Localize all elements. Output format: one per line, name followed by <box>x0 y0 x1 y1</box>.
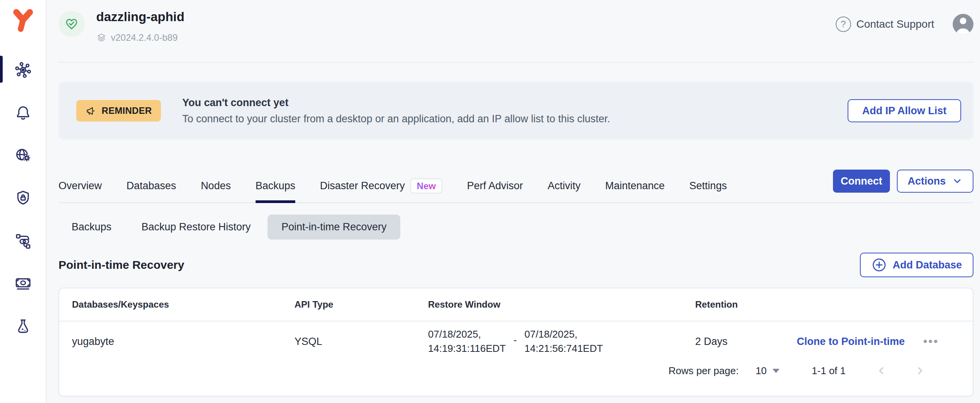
tab-perf-advisor[interactable]: Perf Advisor <box>467 170 523 202</box>
actions-button[interactable]: Actions <box>897 170 973 193</box>
sidebar-item-security[interactable] <box>14 189 32 207</box>
header-actions: ? Contact Support <box>836 14 973 35</box>
page-title: dazzling-aphid <box>96 9 184 25</box>
tab-activity[interactable]: Activity <box>548 170 581 202</box>
tab-maintenance[interactable]: Maintenance <box>605 170 665 202</box>
backup-subtabs: Backups Backup Restore History Point-in-… <box>59 215 973 240</box>
contact-support-label: Contact Support <box>856 18 934 30</box>
network-globe-gear-icon <box>14 147 32 164</box>
cluster-title-block: dazzling-aphid v2024.2.4.0-b89 <box>96 9 184 43</box>
tab-databases[interactable]: Databases <box>127 170 176 202</box>
sidebar <box>0 0 47 403</box>
reminder-badge: REMINDER <box>76 100 161 122</box>
page: dazzling-aphid v2024.2.4.0-b89 ? Contact… <box>0 0 980 403</box>
tab-settings[interactable]: Settings <box>689 170 727 202</box>
contact-support-link[interactable]: ? Contact Support <box>836 17 934 32</box>
tab-nodes[interactable]: Nodes <box>201 170 231 202</box>
sidebar-item-network[interactable] <box>14 147 32 164</box>
avatar-person-icon <box>960 18 967 24</box>
tab-buttons: Connect Actions <box>833 170 973 193</box>
next-page-button[interactable] <box>914 365 926 376</box>
cluster-header: dazzling-aphid v2024.2.4.0-b89 ? Contact… <box>59 0 973 63</box>
cluster-hub-icon <box>14 61 32 79</box>
subtab-backups[interactable]: Backups <box>59 215 125 240</box>
previous-page-button[interactable] <box>876 365 887 376</box>
cell-actions: Clone to Point-in-time ••• <box>797 336 973 348</box>
yugabyte-logo-icon <box>12 9 35 32</box>
col-header-api-type: API Type <box>294 299 428 310</box>
reminder-badge-label: REMINDER <box>102 105 152 116</box>
main-content: dazzling-aphid v2024.2.4.0-b89 ? Contact… <box>47 0 980 396</box>
active-nav-indicator <box>0 56 3 83</box>
add-database-button[interactable]: Add Database <box>860 253 973 277</box>
cell-api-type: YSQL <box>294 336 428 348</box>
section-title: Point-in-time Recovery <box>59 258 184 271</box>
subtab-point-in-time-recovery[interactable]: Point-in-time Recovery <box>268 215 400 240</box>
user-avatar[interactable] <box>953 14 973 35</box>
pitr-table-card: Databases/Keyspaces API Type Restore Win… <box>59 288 973 396</box>
security-shield-lock-icon <box>14 189 32 207</box>
cluster-identity: dazzling-aphid v2024.2.4.0-b89 <box>59 9 184 43</box>
yugabyte-logo[interactable] <box>12 10 35 31</box>
tab-disaster-recovery[interactable]: Disaster Recovery New <box>320 170 442 202</box>
cluster-tabs: Overview Databases Nodes Backups Disaste… <box>59 170 973 203</box>
chevron-right-icon <box>914 365 926 376</box>
cluster-version-row: v2024.2.4.0-b89 <box>96 32 184 43</box>
cell-retention: 2 Days <box>695 336 797 348</box>
sidebar-item-integrations[interactable] <box>14 232 32 250</box>
banner-message: To connect to your cluster from a deskto… <box>182 113 610 125</box>
labs-flask-icon <box>14 317 32 335</box>
cell-database: yugabyte <box>72 336 294 348</box>
sidebar-item-clusters[interactable] <box>14 61 32 79</box>
cluster-version: v2024.2.4.0-b89 <box>111 32 177 43</box>
clone-to-point-in-time-link[interactable]: Clone to Point-in-time <box>797 336 905 348</box>
table-pagination: Rows per page: 10 1-1 of 1 <box>59 362 973 379</box>
megaphone-icon <box>85 105 97 117</box>
sidebar-item-labs[interactable] <box>14 317 32 335</box>
section-heading-row: Point-in-time Recovery Add Database <box>59 252 973 278</box>
billing-banknote-icon <box>14 275 32 292</box>
plus-circle-icon <box>871 257 887 273</box>
subtab-backup-restore-history[interactable]: Backup Restore History <box>129 215 264 240</box>
cell-restore-window: 07/18/2025, 14:19:31:116EDT - 07/18/2025… <box>428 327 695 356</box>
caret-down-icon <box>773 369 779 373</box>
integrations-flow-icon <box>14 232 32 250</box>
rows-per-page-label: Rows per page: <box>669 365 739 377</box>
table-row: yugabyte YSQL 07/18/2025, 14:19:31:116ED… <box>59 321 973 361</box>
restore-from: 07/18/2025, 14:19:31:116EDT <box>428 327 506 356</box>
connect-button[interactable]: Connect <box>833 170 890 193</box>
cluster-health-badge <box>59 11 85 37</box>
chevron-left-icon <box>876 365 887 376</box>
col-header-retention: Retention <box>695 299 797 310</box>
col-header-databases: Databases/Keyspaces <box>72 299 294 310</box>
table-header-row: Databases/Keyspaces API Type Restore Win… <box>59 288 973 321</box>
restore-to: 07/18/2025, 14:21:56:741EDT <box>525 327 603 356</box>
chevron-down-icon <box>952 176 963 187</box>
sidebar-item-billing[interactable] <box>14 275 32 292</box>
banner-title: You can't connect yet <box>182 97 610 109</box>
more-options-button[interactable]: ••• <box>923 338 939 345</box>
new-badge: New <box>410 178 442 194</box>
heart-check-icon <box>64 16 79 32</box>
banner-text: You can't connect yet To connect to your… <box>182 97 610 125</box>
notifications-bell-icon <box>14 104 32 122</box>
question-circle-icon: ? <box>836 17 851 32</box>
pagination-range: 1-1 of 1 <box>812 365 846 377</box>
sidebar-nav <box>0 61 46 335</box>
rows-per-page-select[interactable]: 10 <box>756 365 779 377</box>
layers-icon <box>96 33 107 43</box>
tab-overview[interactable]: Overview <box>59 170 102 202</box>
reminder-banner: REMINDER You can't connect yet To connec… <box>59 82 973 140</box>
sidebar-item-alerts[interactable] <box>14 104 32 122</box>
range-separator: - <box>513 333 517 347</box>
col-header-restore-window: Restore Window <box>428 299 695 310</box>
tab-backups[interactable]: Backups <box>256 170 296 202</box>
add-ip-allow-list-button[interactable]: Add IP Allow List <box>848 99 961 122</box>
